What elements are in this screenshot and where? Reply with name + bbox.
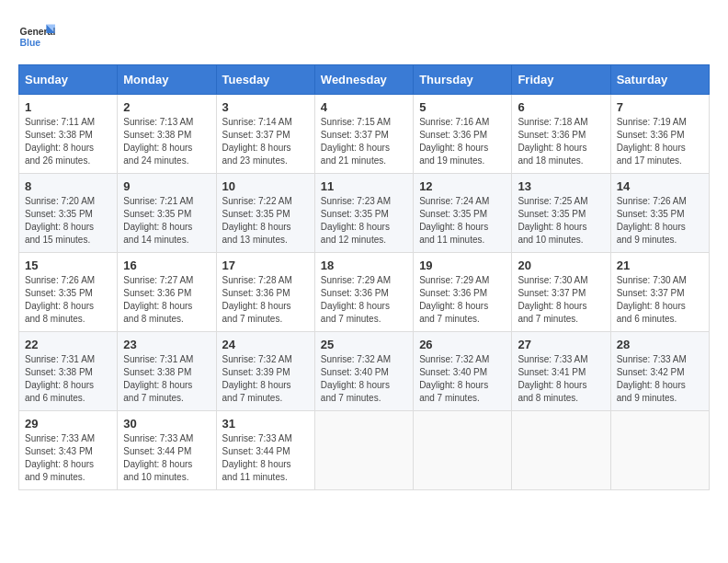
day-number: 18 — [321, 259, 407, 272]
day-number: 9 — [123, 179, 210, 193]
weekday-header-monday: Monday — [118, 65, 216, 95]
day-info: Sunrise: 7:32 AM Sunset: 3:39 PM Dayligh… — [222, 353, 309, 405]
day-info: Sunrise: 7:24 AM Sunset: 3:35 PM Dayligh… — [419, 195, 506, 247]
day-number: 7 — [617, 100, 703, 114]
day-number: 28 — [617, 338, 703, 351]
calendar-cell: 12 Sunrise: 7:24 AM Sunset: 3:35 PM Dayl… — [414, 174, 512, 253]
day-info: Sunrise: 7:22 AM Sunset: 3:35 PM Dayligh… — [222, 195, 309, 247]
day-info: Sunrise: 7:21 AM Sunset: 3:35 PM Dayligh… — [123, 195, 210, 247]
calendar-cell: 18 Sunrise: 7:29 AM Sunset: 3:36 PM Dayl… — [314, 253, 413, 332]
day-number: 30 — [123, 417, 210, 431]
calendar-cell: 7 Sunrise: 7:19 AM Sunset: 3:36 PM Dayli… — [610, 95, 709, 174]
day-info: Sunrise: 7:13 AM Sunset: 3:38 PM Dayligh… — [123, 116, 210, 167]
calendar-cell: 30 Sunrise: 7:33 AM Sunset: 3:44 PM Dayl… — [118, 411, 216, 490]
day-number: 27 — [518, 338, 604, 351]
day-number: 23 — [123, 338, 210, 351]
day-number: 29 — [25, 417, 111, 431]
calendar-cell: 23 Sunrise: 7:31 AM Sunset: 3:38 PM Dayl… — [118, 332, 216, 411]
day-number: 5 — [419, 100, 506, 114]
weekday-header-friday: Friday — [512, 65, 610, 95]
day-number: 4 — [321, 100, 407, 114]
weekday-header-thursday: Thursday — [414, 65, 512, 95]
calendar-cell: 20 Sunrise: 7:30 AM Sunset: 3:37 PM Dayl… — [512, 253, 610, 332]
day-info: Sunrise: 7:30 AM Sunset: 3:37 PM Dayligh… — [617, 274, 703, 326]
day-info: Sunrise: 7:16 AM Sunset: 3:36 PM Dayligh… — [419, 116, 506, 167]
day-info: Sunrise: 7:29 AM Sunset: 3:36 PM Dayligh… — [419, 274, 506, 326]
calendar-week-row: 29 Sunrise: 7:33 AM Sunset: 3:43 PM Dayl… — [19, 411, 710, 490]
calendar-week-row: 8 Sunrise: 7:20 AM Sunset: 3:35 PM Dayli… — [19, 174, 710, 253]
calendar-cell: 26 Sunrise: 7:32 AM Sunset: 3:40 PM Dayl… — [414, 332, 512, 411]
calendar-cell: 29 Sunrise: 7:33 AM Sunset: 3:43 PM Dayl… — [19, 411, 118, 490]
calendar-cell: 10 Sunrise: 7:22 AM Sunset: 3:35 PM Dayl… — [216, 174, 314, 253]
calendar-cell: 27 Sunrise: 7:33 AM Sunset: 3:41 PM Dayl… — [512, 332, 610, 411]
day-info: Sunrise: 7:33 AM Sunset: 3:42 PM Dayligh… — [617, 353, 703, 405]
calendar-cell: 19 Sunrise: 7:29 AM Sunset: 3:36 PM Dayl… — [414, 253, 512, 332]
day-info: Sunrise: 7:32 AM Sunset: 3:40 PM Dayligh… — [419, 353, 506, 405]
calendar-week-row: 22 Sunrise: 7:31 AM Sunset: 3:38 PM Dayl… — [19, 332, 710, 411]
calendar-cell: 31 Sunrise: 7:33 AM Sunset: 3:44 PM Dayl… — [216, 411, 314, 490]
day-number: 1 — [25, 100, 111, 114]
day-number: 14 — [617, 179, 703, 193]
day-number: 20 — [518, 259, 604, 272]
calendar-cell: 13 Sunrise: 7:25 AM Sunset: 3:35 PM Dayl… — [512, 174, 610, 253]
day-number: 15 — [25, 259, 111, 272]
day-number: 31 — [222, 417, 309, 431]
calendar-cell: 17 Sunrise: 7:28 AM Sunset: 3:36 PM Dayl… — [216, 253, 314, 332]
day-info: Sunrise: 7:32 AM Sunset: 3:40 PM Dayligh… — [321, 353, 407, 405]
calendar-cell: 25 Sunrise: 7:32 AM Sunset: 3:40 PM Dayl… — [314, 332, 413, 411]
day-info: Sunrise: 7:14 AM Sunset: 3:37 PM Dayligh… — [222, 116, 309, 167]
day-number: 21 — [617, 259, 703, 272]
day-info: Sunrise: 7:28 AM Sunset: 3:36 PM Dayligh… — [222, 274, 309, 326]
day-number: 19 — [419, 259, 506, 272]
day-info: Sunrise: 7:33 AM Sunset: 3:44 PM Dayligh… — [123, 432, 210, 484]
day-info: Sunrise: 7:18 AM Sunset: 3:36 PM Dayligh… — [518, 116, 604, 167]
calendar-cell — [314, 411, 413, 490]
calendar-cell: 11 Sunrise: 7:23 AM Sunset: 3:35 PM Dayl… — [314, 174, 413, 253]
day-info: Sunrise: 7:33 AM Sunset: 3:43 PM Dayligh… — [25, 432, 111, 484]
day-info: Sunrise: 7:31 AM Sunset: 3:38 PM Dayligh… — [25, 353, 111, 405]
calendar-cell: 4 Sunrise: 7:15 AM Sunset: 3:37 PM Dayli… — [314, 95, 413, 174]
calendar-cell: 24 Sunrise: 7:32 AM Sunset: 3:39 PM Dayl… — [216, 332, 314, 411]
weekday-header-row: SundayMondayTuesdayWednesdayThursdayFrid… — [19, 65, 710, 95]
day-number: 12 — [419, 179, 506, 193]
calendar-cell: 6 Sunrise: 7:18 AM Sunset: 3:36 PM Dayli… — [512, 95, 610, 174]
day-number: 22 — [25, 338, 111, 351]
calendar-cell — [414, 411, 512, 490]
calendar-cell: 3 Sunrise: 7:14 AM Sunset: 3:37 PM Dayli… — [216, 95, 314, 174]
calendar-cell: 15 Sunrise: 7:26 AM Sunset: 3:35 PM Dayl… — [19, 253, 118, 332]
calendar-cell — [610, 411, 709, 490]
day-number: 6 — [518, 100, 604, 114]
calendar-cell: 2 Sunrise: 7:13 AM Sunset: 3:38 PM Dayli… — [118, 95, 216, 174]
calendar-cell: 28 Sunrise: 7:33 AM Sunset: 3:42 PM Dayl… — [610, 332, 709, 411]
day-info: Sunrise: 7:26 AM Sunset: 3:35 PM Dayligh… — [617, 195, 703, 247]
day-info: Sunrise: 7:11 AM Sunset: 3:38 PM Dayligh… — [25, 116, 111, 167]
day-info: Sunrise: 7:23 AM Sunset: 3:35 PM Dayligh… — [321, 195, 407, 247]
day-number: 8 — [25, 179, 111, 193]
calendar-cell — [512, 411, 610, 490]
calendar-cell: 9 Sunrise: 7:21 AM Sunset: 3:35 PM Dayli… — [118, 174, 216, 253]
day-number: 26 — [419, 338, 506, 351]
calendar-week-row: 15 Sunrise: 7:26 AM Sunset: 3:35 PM Dayl… — [19, 253, 710, 332]
day-number: 11 — [321, 179, 407, 193]
day-number: 25 — [321, 338, 407, 351]
day-number: 10 — [222, 179, 309, 193]
calendar-cell: 14 Sunrise: 7:26 AM Sunset: 3:35 PM Dayl… — [610, 174, 709, 253]
day-info: Sunrise: 7:33 AM Sunset: 3:41 PM Dayligh… — [518, 353, 604, 405]
day-info: Sunrise: 7:19 AM Sunset: 3:36 PM Dayligh… — [617, 116, 703, 167]
calendar-cell: 1 Sunrise: 7:11 AM Sunset: 3:38 PM Dayli… — [19, 95, 118, 174]
day-number: 24 — [222, 338, 309, 351]
page-header: General Blue — [18, 18, 710, 55]
day-number: 2 — [123, 100, 210, 114]
day-number: 3 — [222, 100, 309, 114]
day-info: Sunrise: 7:30 AM Sunset: 3:37 PM Dayligh… — [518, 274, 604, 326]
calendar-week-row: 1 Sunrise: 7:11 AM Sunset: 3:38 PM Dayli… — [19, 95, 710, 174]
calendar-cell: 21 Sunrise: 7:30 AM Sunset: 3:37 PM Dayl… — [610, 253, 709, 332]
calendar-cell: 5 Sunrise: 7:16 AM Sunset: 3:36 PM Dayli… — [414, 95, 512, 174]
logo: General Blue — [18, 18, 55, 55]
day-info: Sunrise: 7:20 AM Sunset: 3:35 PM Dayligh… — [25, 195, 111, 247]
calendar-table: SundayMondayTuesdayWednesdayThursdayFrid… — [18, 64, 710, 490]
calendar-cell: 16 Sunrise: 7:27 AM Sunset: 3:36 PM Dayl… — [118, 253, 216, 332]
day-info: Sunrise: 7:31 AM Sunset: 3:38 PM Dayligh… — [123, 353, 210, 405]
day-info: Sunrise: 7:15 AM Sunset: 3:37 PM Dayligh… — [321, 116, 407, 167]
calendar-cell: 8 Sunrise: 7:20 AM Sunset: 3:35 PM Dayli… — [19, 174, 118, 253]
